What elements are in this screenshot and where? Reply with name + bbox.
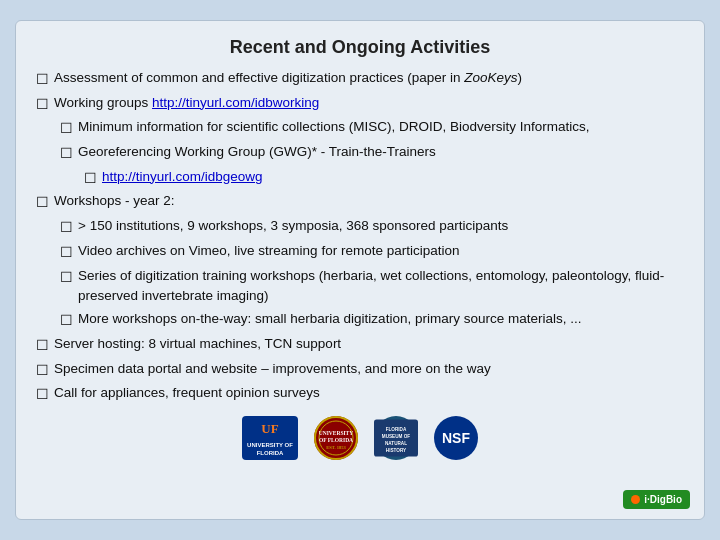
item-text: Minimum information for scientific colle… bbox=[78, 117, 684, 138]
item-text: Series of digitization training workshop… bbox=[78, 266, 684, 308]
bullet-icon: ☐ bbox=[60, 217, 78, 239]
logo-row: UF UNIVERSITY OF FLORIDA UNIVERSITY OF F… bbox=[36, 416, 684, 460]
bullet-icon: ☐ bbox=[36, 384, 54, 406]
item-text: > 150 institutions, 9 workshops, 3 sympo… bbox=[78, 216, 684, 237]
item-text: Server hosting: 8 virtual machines, TCN … bbox=[54, 334, 684, 355]
item-text: More workshops on-the-way: small herbari… bbox=[78, 309, 684, 330]
svg-text:NATURAL: NATURAL bbox=[385, 441, 407, 446]
list-item: ☐ Working groups http://tinyurl.com/idbw… bbox=[36, 93, 684, 116]
idigbio-dot bbox=[631, 495, 640, 504]
list-item: ☐ Georeferencing Working Group (GWG)* - … bbox=[60, 142, 684, 165]
list-item: ☐ Minimum information for scientific col… bbox=[60, 117, 684, 140]
bullet-icon: ☐ bbox=[60, 143, 78, 165]
idigbio-badge-container: i·DigBio bbox=[623, 490, 690, 509]
page-title: Recent and Ongoing Activities bbox=[36, 37, 684, 58]
florida-museum-logo: FLORIDA MUSEUM OF NATURAL HISTORY bbox=[374, 416, 418, 460]
bullet-icon: ☐ bbox=[36, 360, 54, 382]
svg-text:MUSEUM OF: MUSEUM OF bbox=[382, 434, 411, 439]
svg-text:OF FLORIDA: OF FLORIDA bbox=[319, 437, 353, 443]
bullet-icon: ☐ bbox=[36, 94, 54, 116]
list-item: ☐ Assessment of common and effective dig… bbox=[36, 68, 684, 91]
svg-text:UNIVERSITY: UNIVERSITY bbox=[319, 430, 354, 436]
list-item: ☐ Workshops - year 2: bbox=[36, 191, 684, 214]
list-item: ☐ Series of digitization training worksh… bbox=[60, 266, 684, 308]
svg-text:NSF: NSF bbox=[442, 430, 470, 446]
bullet-icon: ☐ bbox=[36, 335, 54, 357]
idigbio-label: i·DigBio bbox=[644, 494, 682, 505]
sub-list: ☐ Minimum information for scientific col… bbox=[60, 117, 684, 189]
uf-logo: UF UNIVERSITY OF FLORIDA bbox=[242, 416, 298, 460]
item-text: http://tinyurl.com/idbgeowg bbox=[102, 167, 684, 188]
bullet-icon: ☐ bbox=[84, 168, 102, 190]
item-text: Specimen data portal and website – impro… bbox=[54, 359, 684, 380]
svg-text:UF: UF bbox=[261, 421, 278, 436]
item-text: Georeferencing Working Group (GWG)* - Tr… bbox=[78, 142, 684, 163]
item-text: Working groups http://tinyurl.com/idbwor… bbox=[54, 93, 684, 114]
item-text: Video archives on Vimeo, live streaming … bbox=[78, 241, 684, 262]
bullet-icon: ☐ bbox=[36, 192, 54, 214]
item-text: Workshops - year 2: bbox=[54, 191, 684, 212]
nsf-logo: NSF bbox=[434, 416, 478, 460]
svg-text:FLORIDA: FLORIDA bbox=[257, 450, 284, 456]
list-item: ☐ More workshops on-the-way: small herba… bbox=[60, 309, 684, 332]
svg-text:HISTORY: HISTORY bbox=[386, 448, 407, 453]
item-text: Assessment of common and effective digit… bbox=[54, 68, 684, 89]
idigbio-badge: i·DigBio bbox=[623, 490, 690, 509]
bullet-icon: ☐ bbox=[60, 310, 78, 332]
working-groups-link[interactable]: http://tinyurl.com/idbworking bbox=[152, 95, 319, 110]
bullet-icon: ☐ bbox=[60, 242, 78, 264]
svg-text:UNIVERSITY OF: UNIVERSITY OF bbox=[247, 442, 293, 448]
list-item: ☐ Call for appliances, frequent opinion … bbox=[36, 383, 684, 406]
main-card: Recent and Ongoing Activities ☐ Assessme… bbox=[15, 20, 705, 520]
sub-list: ☐ > 150 institutions, 9 workshops, 3 sym… bbox=[60, 216, 684, 332]
list-item: ☐ Server hosting: 8 virtual machines, TC… bbox=[36, 334, 684, 357]
list-item: ☐ > 150 institutions, 9 workshops, 3 sym… bbox=[60, 216, 684, 239]
svg-text:FLORIDA: FLORIDA bbox=[386, 427, 407, 432]
bullet-icon: ☐ bbox=[36, 69, 54, 91]
content-area: ☐ Assessment of common and effective dig… bbox=[36, 68, 684, 406]
svg-text:EST. 1853: EST. 1853 bbox=[326, 445, 346, 450]
bullet-icon: ☐ bbox=[60, 118, 78, 140]
bullet-icon: ☐ bbox=[60, 267, 78, 289]
list-item: ☐ Video archives on Vimeo, live streamin… bbox=[60, 241, 684, 264]
list-item: ☐ Specimen data portal and website – imp… bbox=[36, 359, 684, 382]
list-item: ☐ http://tinyurl.com/idbgeowg bbox=[84, 167, 684, 190]
subsub-list: ☐ http://tinyurl.com/idbgeowg bbox=[84, 167, 684, 190]
geowg-link[interactable]: http://tinyurl.com/idbgeowg bbox=[102, 169, 263, 184]
item-text: Call for appliances, frequent opinion su… bbox=[54, 383, 684, 404]
seal1-logo: UNIVERSITY OF FLORIDA EST. 1853 bbox=[314, 416, 358, 460]
